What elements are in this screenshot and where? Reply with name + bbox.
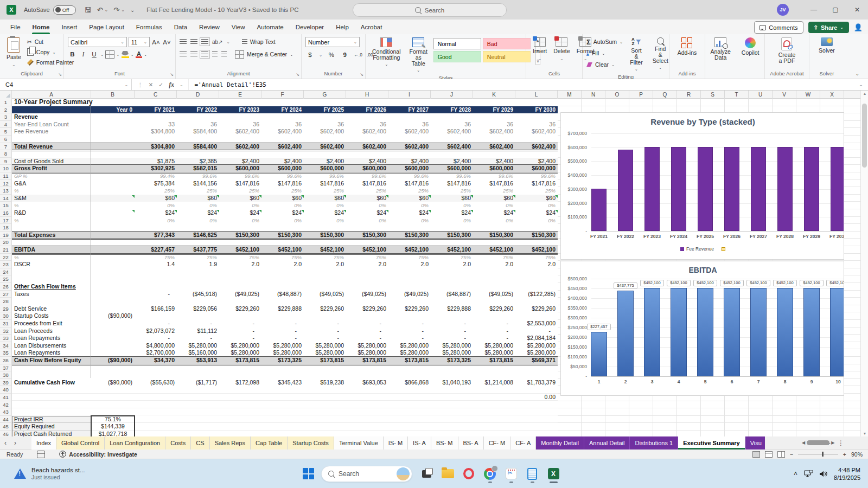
cell-F43[interactable] [261, 408, 304, 416]
ribbon-tab-data[interactable]: Data [168, 20, 193, 34]
cell-C33[interactable]: - [135, 335, 177, 342]
cell-L11[interactable]: 99.6% [515, 172, 558, 180]
cell-H30[interactable] [346, 312, 388, 320]
cell-F22[interactable]: 75% [261, 254, 304, 261]
cell-K46[interactable] [473, 431, 515, 436]
cell-I22[interactable]: 75% [388, 254, 431, 261]
cell-C34[interactable]: $4,800,000 [135, 342, 177, 350]
cell-D12[interactable]: $144,156 [177, 180, 219, 188]
cell-C10[interactable]: $302,925 [135, 165, 177, 172]
cell-L22[interactable]: 75% [515, 254, 558, 261]
cell-A41[interactable] [12, 394, 91, 401]
clear-button[interactable]: Clear⌄ [586, 60, 623, 69]
save-icon[interactable]: 🖫 [85, 6, 92, 14]
vertical-scroll-thumb[interactable] [862, 104, 867, 168]
cell-A37[interactable] [12, 364, 91, 372]
cell-H12[interactable]: $147,816 [346, 180, 388, 188]
cell-B3[interactable] [91, 113, 135, 121]
cell-A26[interactable]: Other Cash Flow Items [12, 283, 91, 291]
cell-I31[interactable]: - [388, 320, 431, 328]
cell-J32[interactable]: - [431, 328, 473, 335]
cell-D26[interactable] [177, 283, 219, 291]
cell-C1[interactable] [135, 99, 177, 106]
cell-G44[interactable] [304, 416, 346, 423]
cell-F28[interactable] [261, 298, 304, 305]
cell-B36[interactable]: ($90,000) [91, 357, 135, 364]
cell-G46[interactable] [304, 431, 346, 436]
ribbon-tab-help[interactable]: Help [330, 20, 355, 34]
cell-L44[interactable] [515, 416, 558, 423]
cell-L45[interactable] [515, 423, 558, 431]
cell-F45[interactable] [261, 423, 304, 431]
cell-D14[interactable]: $60 [177, 195, 219, 202]
expand-formula-bar-icon[interactable]: ⌄ [854, 79, 868, 90]
cell-G26[interactable] [304, 283, 346, 291]
ribbon-tab-formulas[interactable]: Formulas [130, 20, 168, 34]
cell-A25[interactable] [12, 275, 91, 283]
borders-icon[interactable] [105, 50, 114, 59]
cell-J26[interactable] [431, 283, 473, 291]
zoom-slider[interactable] [798, 451, 838, 457]
scroll-down-icon[interactable]: ▼ [861, 432, 868, 435]
cell-B44[interactable]: 75.1% [91, 416, 135, 423]
minimize-button[interactable]: — [803, 0, 825, 20]
cell-K32[interactable]: - [473, 328, 515, 335]
cell-B11[interactable] [91, 172, 135, 180]
chart-ebitda[interactable]: EBITDA$500,000$450,000$400,000$350,000$3… [560, 261, 844, 396]
cell-D45[interactable] [177, 423, 219, 431]
cell-D21[interactable]: $437,775 [177, 246, 219, 254]
sheet-tab-executive-summary[interactable]: Executive Summary [678, 436, 745, 450]
sheet-tab-bs-a[interactable]: BS- A [458, 436, 484, 450]
cell-I46[interactable] [388, 431, 431, 436]
cell-E23[interactable]: 2.0 [219, 261, 261, 268]
comma-style-icon[interactable]: 9 [340, 50, 349, 60]
cell-L41[interactable]: 0.00 [515, 394, 558, 401]
cell-H13[interactable]: 25% [346, 187, 388, 195]
cell-B22[interactable] [91, 254, 135, 261]
cell-B26[interactable] [91, 283, 135, 291]
cell-L28[interactable] [515, 298, 558, 305]
cell-L37[interactable] [515, 364, 558, 372]
cell-E6[interactable] [219, 136, 261, 143]
row-header-1[interactable]: 1 [0, 99, 12, 106]
cell-F29[interactable]: $229,888 [261, 305, 304, 313]
cell-A24[interactable] [12, 268, 91, 276]
cell-C12[interactable]: $75,384 [135, 180, 177, 188]
row-header-16[interactable]: 16 [0, 209, 12, 217]
cell-G43[interactable] [304, 408, 346, 416]
cell-H42[interactable] [346, 401, 388, 409]
cell-G23[interactable]: 2.0 [304, 261, 346, 268]
cell-J8[interactable] [431, 150, 473, 158]
scroll-right-icon[interactable]: ▶ [831, 440, 834, 445]
cell-H40[interactable] [346, 386, 388, 394]
row-header-34[interactable]: 34 [0, 342, 12, 350]
cell-A35[interactable]: Loan Repayments [12, 349, 91, 357]
cell-A14[interactable]: S&M [12, 195, 91, 202]
cell-J40[interactable] [431, 386, 473, 394]
cell-A32[interactable]: Loan Proceeds [12, 328, 91, 335]
cell-D24[interactable] [177, 268, 219, 276]
cell-B24[interactable] [91, 268, 135, 276]
cell-K16[interactable]: $24 [473, 209, 515, 217]
cell-D16[interactable]: $24 [177, 209, 219, 217]
row-header-6[interactable]: 6 [0, 136, 12, 143]
cell-E27[interactable]: ($49,025) [219, 291, 261, 298]
cell-C17[interactable]: 0% [135, 217, 177, 224]
notepad-button[interactable] [525, 465, 539, 483]
cell-J36[interactable]: $173,325 [431, 357, 473, 364]
cell-E11[interactable]: 99.6% [219, 172, 261, 180]
cell-B39[interactable]: ($90,000) [91, 379, 135, 387]
cell-A5[interactable]: Fee Revenue [12, 128, 91, 136]
column-header-U[interactable]: U [749, 91, 773, 99]
cell-C19[interactable]: $77,343 [135, 232, 177, 239]
cell-E46[interactable] [219, 431, 261, 436]
cell-D7[interactable]: $584,400 [177, 143, 219, 151]
row-header-39[interactable]: 39 [0, 379, 12, 387]
formula-input[interactable]: ='Annual Detail'!E35 [189, 79, 854, 90]
cell-E9[interactable]: $2,400 [219, 158, 261, 165]
row-header-19[interactable]: 19 [0, 232, 12, 239]
cell-I24[interactable] [388, 268, 431, 276]
sheet-tab-global-control[interactable]: Global Control [56, 436, 105, 450]
cell-D9[interactable]: $2,385 [177, 158, 219, 165]
cell-B2[interactable]: Year 0 [91, 106, 135, 114]
